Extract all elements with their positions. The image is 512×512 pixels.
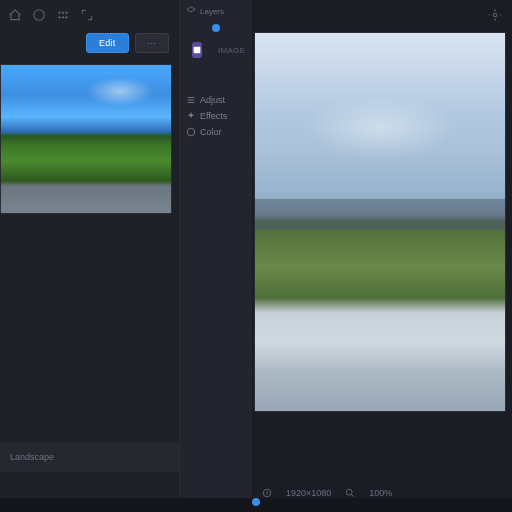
thumbnail-image[interactable] — [0, 64, 172, 214]
sparkle-icon — [186, 111, 196, 121]
section-label: Color — [200, 127, 222, 137]
svg-point-1 — [58, 12, 60, 14]
playhead-dot[interactable] — [252, 498, 260, 506]
grip-icon[interactable] — [56, 8, 70, 22]
svg-point-4 — [58, 16, 60, 18]
svg-point-3 — [65, 12, 67, 14]
svg-point-8 — [187, 128, 195, 136]
footer-label: Landscape — [10, 452, 54, 462]
svg-point-2 — [62, 12, 64, 14]
more-button[interactable]: ··· — [135, 33, 169, 53]
panel-section-color[interactable]: Color — [186, 124, 246, 140]
circle-icon[interactable] — [32, 8, 46, 22]
panel-section-effects[interactable]: Effects — [186, 108, 246, 124]
active-indicator-dot — [212, 24, 220, 32]
main-canvas-image[interactable] — [254, 32, 506, 412]
layers-header: Layers — [180, 4, 252, 18]
svg-point-0 — [34, 10, 45, 21]
svg-point-5 — [62, 16, 64, 18]
panel-section-adjust[interactable]: Adjust — [186, 92, 246, 108]
left-toolbar — [0, 0, 179, 30]
svg-point-9 — [493, 13, 497, 17]
zoom-icon — [345, 488, 355, 498]
info-icon — [262, 488, 272, 498]
section-label: Adjust — [200, 95, 225, 105]
layer-chip[interactable] — [192, 42, 202, 58]
layer-tag: IMAGE — [212, 44, 251, 57]
layers-title: Layers — [200, 7, 224, 16]
left-canvas-wrap — [0, 64, 179, 222]
main-canvas-wrap — [252, 30, 512, 474]
layers-icon — [186, 6, 196, 16]
sliders-icon — [186, 95, 196, 105]
home-icon[interactable] — [8, 8, 22, 22]
settings-icon[interactable] — [488, 8, 502, 22]
svg-point-11 — [347, 489, 353, 495]
zoom-level: 100% — [369, 488, 392, 498]
expand-icon[interactable] — [80, 8, 94, 22]
edit-button[interactable]: Edit — [86, 33, 129, 53]
layers-panel: Layers IMAGE Adjust Effects — [180, 0, 252, 512]
palette-icon — [186, 127, 196, 137]
left-footer: Landscape — [0, 442, 179, 472]
svg-rect-7 — [194, 47, 201, 54]
left-header: Edit ··· — [0, 30, 179, 56]
section-label: Effects — [200, 111, 227, 121]
svg-point-6 — [65, 16, 67, 18]
right-top-bar — [252, 0, 512, 30]
image-dimensions: 1920×1080 — [286, 488, 331, 498]
